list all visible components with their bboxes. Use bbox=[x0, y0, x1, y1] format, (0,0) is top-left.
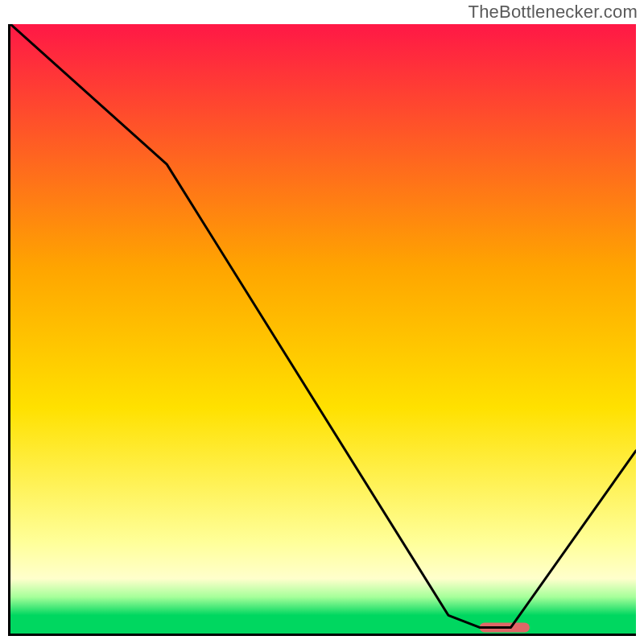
gradient-background bbox=[10, 24, 636, 634]
plot-svg bbox=[10, 24, 636, 634]
chart-stage: TheBottlenecker.com bbox=[0, 0, 644, 644]
attribution-text: TheBottlenecker.com bbox=[469, 2, 638, 23]
plot-area bbox=[8, 24, 636, 636]
